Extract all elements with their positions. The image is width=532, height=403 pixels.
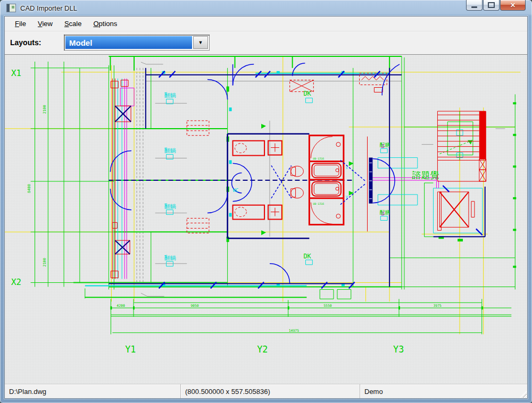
room-label-bedroom-3: 翻躺 (164, 203, 176, 210)
stairwell-label: 諮題覺 (412, 170, 439, 180)
dim-bottom-4: 3975 (433, 304, 442, 308)
dimension-lines-bottom (110, 299, 511, 334)
unit-bath-label-bottom: UB-1316 (313, 202, 324, 205)
window-title: CAD Importer DLL (20, 4, 77, 12)
menu-view[interactable]: View (32, 18, 59, 30)
axis-label-y1: Y1 (125, 344, 136, 355)
app-icon (6, 4, 16, 12)
combobox-dropdown-button[interactable]: ▼ (193, 36, 208, 49)
room-label-pantry-bottom: 配膳 (379, 209, 390, 215)
axis-label-x1: X1 (11, 68, 21, 78)
menu-options[interactable]: Options (87, 18, 123, 30)
room-label-pantry-top: 配膳 (379, 142, 390, 148)
room-label-dk-bottom: DK (303, 253, 311, 260)
layouts-selected-value: Model (65, 36, 192, 49)
minimize-button[interactable] (466, 0, 483, 11)
room-label-bedroom-4: 翻躺 (164, 255, 176, 262)
dim-left-mid: 8400 (27, 184, 31, 193)
axis-labels: X1 X2 Y1 Y2 Y3 (11, 68, 404, 355)
title-bar[interactable]: CAD Importer DLL (0, 0, 532, 16)
unit-bath-label-top: UB-1316 (313, 157, 324, 160)
close-icon: ✕ (510, 2, 516, 9)
dim-bottom-1: 4200 (117, 304, 125, 308)
close-button[interactable]: ✕ (500, 0, 526, 11)
room-label-bedroom-1: 翻躺 (164, 92, 176, 99)
elevator-shaft (437, 192, 474, 230)
maximize-icon (488, 2, 495, 8)
layouts-label: Layouts: (10, 38, 41, 47)
dim-left-bottom: 2100 (43, 258, 47, 267)
vent-mark-bottom: V (346, 195, 348, 199)
axis-label-y2: Y2 (257, 344, 268, 355)
layouts-toolbar: Layouts: Model ▼ (5, 31, 527, 54)
menu-file[interactable]: File (9, 18, 32, 30)
status-file-path: D:\Plan.dwg (5, 384, 180, 398)
axis-label-y3: Y3 (393, 344, 404, 355)
axis-label-x2: X2 (11, 277, 21, 287)
maximize-button[interactable] (483, 0, 500, 11)
dim-bottom-3: 5550 (323, 304, 332, 308)
room-labels: 翻躺 翻躺 翻躺 翻躺 DK DK WC 配膳 配膳 諮題覺 UB-1316 U… (164, 90, 439, 262)
app-window: CAD Importer DLL ✕ File View Scale Optio… (0, 0, 532, 403)
dim-left-top: 2100 (43, 105, 47, 114)
structural-grid-green (31, 56, 517, 299)
caption-buttons: ✕ (466, 0, 526, 11)
room-label-wc: WC (233, 188, 239, 193)
bathroom-fixtures (233, 136, 368, 232)
window-content: File View Scale Options Layouts: Model ▼ (4, 16, 528, 399)
furniture-dashed-red (121, 73, 387, 233)
room-label-bedroom-2: 翻躺 (164, 148, 176, 155)
status-coordinates: (800.500000 x 557.505836) (181, 384, 360, 398)
drawing-viewport[interactable]: X1 X2 Y1 Y2 Y3 2100 8400 2100 4200 9050 … (5, 54, 527, 384)
layouts-combobox[interactable]: Model ▼ (64, 35, 209, 50)
status-bar: D:\Plan.dwg (800.500000 x 557.505836) De… (5, 384, 527, 398)
minimize-icon (471, 6, 477, 8)
room-label-dk-top: DK (303, 90, 311, 97)
dim-bottom-2: 9050 (190, 304, 199, 308)
cad-drawing: X1 X2 Y1 Y2 Y3 2100 8400 2100 4200 9050 … (5, 55, 527, 384)
chevron-down-icon: ▼ (198, 40, 203, 45)
menu-bar: File View Scale Options (5, 16, 527, 31)
dim-total: 14975 (289, 329, 300, 333)
vent-mark-top: V (346, 166, 348, 170)
menu-scale[interactable]: Scale (59, 18, 88, 30)
status-mode: Demo (360, 384, 527, 398)
